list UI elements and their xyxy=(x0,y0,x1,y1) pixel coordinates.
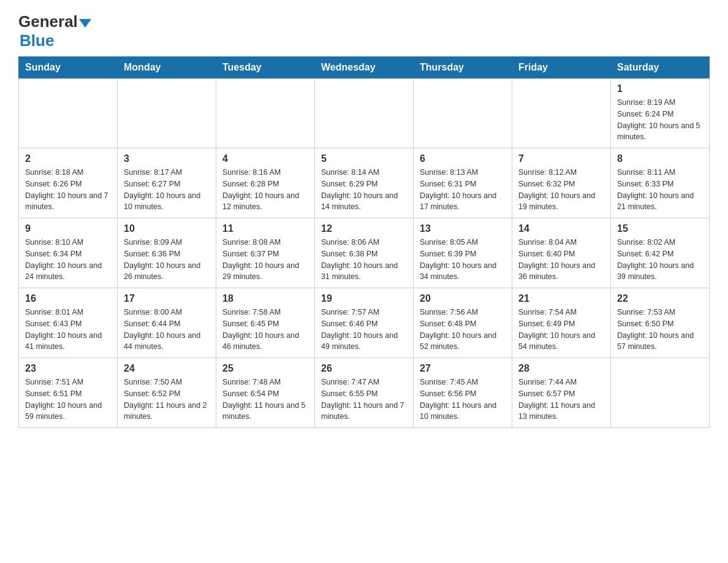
day-info: Sunrise: 8:12 AMSunset: 6:32 PMDaylight:… xyxy=(518,167,604,213)
weekday-header-row: SundayMondayTuesdayWednesdayThursdayFrid… xyxy=(19,57,710,79)
day-number: 8 xyxy=(617,153,703,164)
weekday-header-monday: Monday xyxy=(118,57,216,79)
day-info: Sunrise: 8:10 AMSunset: 6:34 PMDaylight:… xyxy=(25,237,111,283)
calendar-cell: 9Sunrise: 8:10 AMSunset: 6:34 PMDaylight… xyxy=(19,218,118,288)
calendar-cell: 25Sunrise: 7:48 AMSunset: 6:54 PMDayligh… xyxy=(216,358,315,428)
day-info: Sunrise: 7:57 AMSunset: 6:46 PMDaylight:… xyxy=(321,307,407,353)
day-info: Sunrise: 7:53 AMSunset: 6:50 PMDaylight:… xyxy=(617,307,703,353)
day-number: 13 xyxy=(420,223,506,234)
day-number: 16 xyxy=(25,293,111,304)
day-number: 21 xyxy=(518,293,604,304)
calendar-cell: 14Sunrise: 8:04 AMSunset: 6:40 PMDayligh… xyxy=(512,218,611,288)
logo: General Blue xyxy=(18,12,91,50)
calendar-cell: 6Sunrise: 8:13 AMSunset: 6:31 PMDaylight… xyxy=(414,148,512,218)
day-number: 24 xyxy=(124,363,210,374)
day-number: 11 xyxy=(222,223,308,234)
calendar-cell: 8Sunrise: 8:11 AMSunset: 6:33 PMDaylight… xyxy=(611,148,710,218)
calendar-cell: 21Sunrise: 7:54 AMSunset: 6:49 PMDayligh… xyxy=(512,288,611,358)
day-info: Sunrise: 8:00 AMSunset: 6:44 PMDaylight:… xyxy=(124,307,210,353)
calendar-cell: 22Sunrise: 7:53 AMSunset: 6:50 PMDayligh… xyxy=(611,288,710,358)
calendar-cell: 1Sunrise: 8:19 AMSunset: 6:24 PMDaylight… xyxy=(611,79,710,148)
calendar-cell: 10Sunrise: 8:09 AMSunset: 6:36 PMDayligh… xyxy=(118,218,216,288)
day-info: Sunrise: 8:13 AMSunset: 6:31 PMDaylight:… xyxy=(420,167,506,213)
calendar-table: SundayMondayTuesdayWednesdayThursdayFrid… xyxy=(18,56,710,428)
calendar-cell: 17Sunrise: 8:00 AMSunset: 6:44 PMDayligh… xyxy=(118,288,216,358)
day-number: 20 xyxy=(420,293,506,304)
day-number: 19 xyxy=(321,293,407,304)
calendar-cell xyxy=(216,79,315,148)
day-info: Sunrise: 8:09 AMSunset: 6:36 PMDaylight:… xyxy=(124,237,210,283)
calendar-cell: 24Sunrise: 7:50 AMSunset: 6:52 PMDayligh… xyxy=(118,358,216,428)
day-number: 14 xyxy=(518,223,604,234)
calendar-cell: 5Sunrise: 8:14 AMSunset: 6:29 PMDaylight… xyxy=(315,148,414,218)
calendar-week-5: 23Sunrise: 7:51 AMSunset: 6:51 PMDayligh… xyxy=(19,358,710,428)
calendar-cell xyxy=(414,79,512,148)
day-info: Sunrise: 8:05 AMSunset: 6:39 PMDaylight:… xyxy=(420,237,506,283)
day-info: Sunrise: 8:04 AMSunset: 6:40 PMDaylight:… xyxy=(518,237,604,283)
calendar-cell: 11Sunrise: 8:08 AMSunset: 6:37 PMDayligh… xyxy=(216,218,315,288)
calendar-cell: 20Sunrise: 7:56 AMSunset: 6:48 PMDayligh… xyxy=(414,288,512,358)
day-number: 23 xyxy=(25,363,111,374)
calendar-cell xyxy=(315,79,414,148)
calendar-cell: 23Sunrise: 7:51 AMSunset: 6:51 PMDayligh… xyxy=(19,358,118,428)
day-number: 5 xyxy=(321,153,407,164)
calendar-cell: 16Sunrise: 8:01 AMSunset: 6:43 PMDayligh… xyxy=(19,288,118,358)
day-info: Sunrise: 8:17 AMSunset: 6:27 PMDaylight:… xyxy=(124,167,210,213)
day-number: 12 xyxy=(321,223,407,234)
calendar-cell: 13Sunrise: 8:05 AMSunset: 6:39 PMDayligh… xyxy=(414,218,512,288)
day-number: 9 xyxy=(25,223,111,234)
weekday-header-thursday: Thursday xyxy=(414,57,512,79)
calendar-week-2: 2Sunrise: 8:18 AMSunset: 6:26 PMDaylight… xyxy=(19,148,710,218)
day-number: 18 xyxy=(222,293,308,304)
day-info: Sunrise: 8:11 AMSunset: 6:33 PMDaylight:… xyxy=(617,167,703,213)
calendar-cell xyxy=(19,79,118,148)
day-number: 4 xyxy=(222,153,308,164)
day-number: 2 xyxy=(25,153,111,164)
day-number: 17 xyxy=(124,293,210,304)
calendar-cell: 15Sunrise: 8:02 AMSunset: 6:42 PMDayligh… xyxy=(611,218,710,288)
day-info: Sunrise: 8:16 AMSunset: 6:28 PMDaylight:… xyxy=(222,167,308,213)
calendar-week-3: 9Sunrise: 8:10 AMSunset: 6:34 PMDaylight… xyxy=(19,218,710,288)
day-info: Sunrise: 7:50 AMSunset: 6:52 PMDaylight:… xyxy=(124,377,210,423)
day-number: 10 xyxy=(124,223,210,234)
weekday-header-tuesday: Tuesday xyxy=(216,57,315,79)
day-number: 22 xyxy=(617,293,703,304)
calendar-cell: 12Sunrise: 8:06 AMSunset: 6:38 PMDayligh… xyxy=(315,218,414,288)
day-info: Sunrise: 8:19 AMSunset: 6:24 PMDaylight:… xyxy=(617,97,703,143)
weekday-header-saturday: Saturday xyxy=(611,57,710,79)
day-info: Sunrise: 7:56 AMSunset: 6:48 PMDaylight:… xyxy=(420,307,506,353)
logo-blue-text: Blue xyxy=(20,31,54,50)
calendar-cell: 4Sunrise: 8:16 AMSunset: 6:28 PMDaylight… xyxy=(216,148,315,218)
day-number: 7 xyxy=(518,153,604,164)
weekday-header-sunday: Sunday xyxy=(19,57,118,79)
day-number: 25 xyxy=(222,363,308,374)
day-info: Sunrise: 8:06 AMSunset: 6:38 PMDaylight:… xyxy=(321,237,407,283)
day-number: 3 xyxy=(124,153,210,164)
day-number: 28 xyxy=(518,363,604,374)
weekday-header-wednesday: Wednesday xyxy=(315,57,414,79)
day-info: Sunrise: 7:44 AMSunset: 6:57 PMDaylight:… xyxy=(518,377,604,423)
day-number: 1 xyxy=(617,83,703,94)
calendar-cell: 18Sunrise: 7:58 AMSunset: 6:45 PMDayligh… xyxy=(216,288,315,358)
calendar-cell: 3Sunrise: 8:17 AMSunset: 6:27 PMDaylight… xyxy=(118,148,216,218)
calendar-week-1: 1Sunrise: 8:19 AMSunset: 6:24 PMDaylight… xyxy=(19,79,710,148)
calendar-cell: 2Sunrise: 8:18 AMSunset: 6:26 PMDaylight… xyxy=(19,148,118,218)
calendar-cell: 7Sunrise: 8:12 AMSunset: 6:32 PMDaylight… xyxy=(512,148,611,218)
day-info: Sunrise: 7:58 AMSunset: 6:45 PMDaylight:… xyxy=(222,307,308,353)
calendar-week-4: 16Sunrise: 8:01 AMSunset: 6:43 PMDayligh… xyxy=(19,288,710,358)
day-info: Sunrise: 8:01 AMSunset: 6:43 PMDaylight:… xyxy=(25,307,111,353)
logo-general-text: General xyxy=(18,12,78,31)
calendar-cell xyxy=(611,358,710,428)
day-info: Sunrise: 8:02 AMSunset: 6:42 PMDaylight:… xyxy=(617,237,703,283)
day-info: Sunrise: 7:47 AMSunset: 6:55 PMDaylight:… xyxy=(321,377,407,423)
day-number: 15 xyxy=(617,223,703,234)
weekday-header-friday: Friday xyxy=(512,57,611,79)
calendar-cell: 26Sunrise: 7:47 AMSunset: 6:55 PMDayligh… xyxy=(315,358,414,428)
day-info: Sunrise: 7:45 AMSunset: 6:56 PMDaylight:… xyxy=(420,377,506,423)
day-number: 27 xyxy=(420,363,506,374)
calendar-cell: 19Sunrise: 7:57 AMSunset: 6:46 PMDayligh… xyxy=(315,288,414,358)
day-number: 6 xyxy=(420,153,506,164)
day-info: Sunrise: 8:08 AMSunset: 6:37 PMDaylight:… xyxy=(222,237,308,283)
day-info: Sunrise: 7:54 AMSunset: 6:49 PMDaylight:… xyxy=(518,307,604,353)
calendar-cell xyxy=(118,79,216,148)
